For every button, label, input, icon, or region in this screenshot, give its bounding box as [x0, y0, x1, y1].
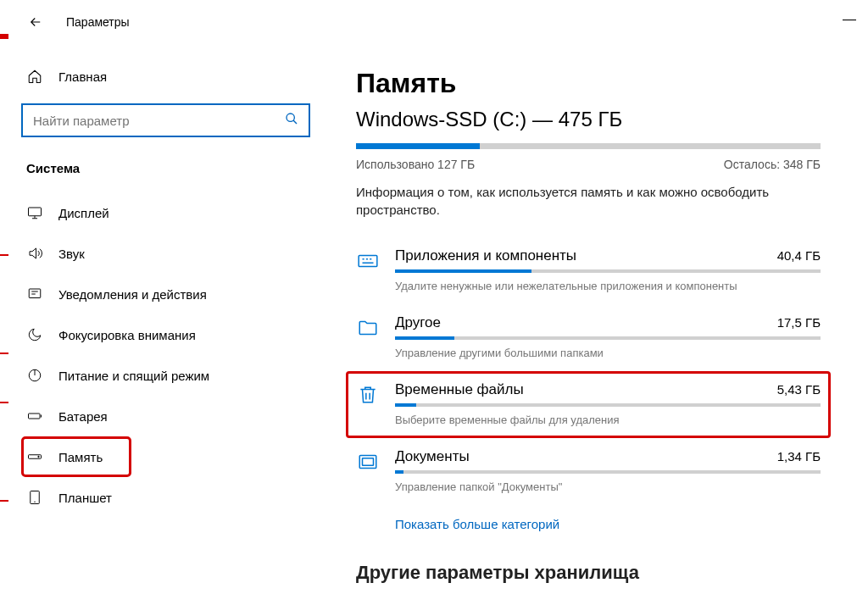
other-storage-heading: Другие параметры хранилища: [356, 562, 821, 584]
folder-icon: [356, 316, 380, 340]
battery-icon: [26, 408, 43, 425]
category-title: Документы: [395, 448, 470, 465]
sidebar-item-battery[interactable]: Батарея: [21, 396, 310, 436]
display-icon: [26, 204, 43, 221]
used-label: Использовано 127 ГБ: [356, 158, 475, 171]
sidebar-item-sound[interactable]: Звук: [21, 233, 310, 274]
minimize-button[interactable]: —: [843, 12, 856, 27]
category-bar: [395, 336, 821, 340]
category-subtext: Управление папкой "Документы": [395, 480, 821, 493]
sidebar-item-label: Уведомления и действия: [58, 287, 207, 302]
category-subtext: Удалите ненужные или нежелательные прило…: [395, 280, 821, 292]
page-title: Память: [356, 68, 821, 99]
sound-icon: [26, 245, 43, 262]
main-panel: Память Windows-SSD (C:) — 475 ГБ Использ…: [322, 42, 868, 594]
nav-list: Дисплей Звук Уведомления и действия Фоку…: [21, 192, 310, 518]
category-folder[interactable]: Другое 17,5 ГБ Управление другими больши…: [356, 304, 821, 371]
disk-usage-bar: [356, 143, 821, 149]
home-label: Главная: [58, 69, 107, 84]
tablet-icon: [26, 489, 43, 506]
category-size: 1,34 ГБ: [777, 449, 821, 464]
category-subtext: Выберите временные файлы для удаления: [395, 414, 821, 426]
sidebar-item-tablet[interactable]: Планшет: [21, 477, 310, 518]
category-title: Временные файлы: [395, 381, 524, 398]
window-title: Параметры: [66, 15, 130, 29]
svg-rect-4: [29, 414, 41, 419]
sidebar-item-storage[interactable]: Память: [21, 436, 131, 477]
category-title: Другое: [395, 314, 441, 331]
sidebar-item-label: Питание и спящий режим: [58, 369, 209, 383]
sidebar-item-power[interactable]: Питание и спящий режим: [21, 355, 310, 396]
svg-rect-8: [359, 256, 377, 267]
power-icon: [26, 367, 43, 384]
sidebar-item-label: Память: [58, 450, 103, 464]
category-size: 17,5 ГБ: [777, 315, 821, 330]
focus-icon: [26, 326, 43, 343]
svg-point-0: [287, 114, 294, 121]
drive-label: Windows-SSD (C:) — 475 ГБ: [356, 108, 821, 131]
svg-rect-2: [29, 289, 41, 298]
show-more-link[interactable]: Показать больше категорий: [395, 517, 821, 531]
svg-point-6: [38, 456, 40, 458]
search-icon: [285, 112, 298, 129]
category-list: Приложения и компоненты 40,4 ГБ Удалите …: [356, 237, 821, 505]
svg-rect-10: [363, 458, 374, 466]
search-input[interactable]: [33, 114, 272, 128]
sidebar-item-focus[interactable]: Фокусировка внимания: [21, 314, 310, 355]
documents-icon: [356, 450, 380, 474]
category-bar: [395, 269, 821, 273]
svg-rect-1: [29, 208, 42, 216]
sidebar-item-label: Фокусировка внимания: [58, 328, 196, 342]
category-bar: [395, 470, 821, 474]
category-trash[interactable]: Временные файлы 5,43 ГБ Выберите временн…: [346, 371, 831, 438]
sidebar-item-label: Батарея: [58, 409, 108, 424]
apps-icon: [356, 249, 380, 273]
sidebar-item-label: Планшет: [58, 491, 112, 505]
remaining-label: Осталось: 348 ГБ: [724, 158, 821, 171]
sidebar-item-notifications[interactable]: Уведомления и действия: [21, 274, 310, 314]
sidebar: Главная Система Дисплей Звук Уведомления…: [0, 42, 322, 594]
sidebar-item-display[interactable]: Дисплей: [21, 192, 310, 233]
sidebar-item-label: Звук: [58, 247, 85, 261]
storage-description: Информация о том, как используется памят…: [356, 183, 821, 219]
category-subtext: Управление другими большими папками: [395, 347, 821, 359]
sidebar-item-label: Дисплей: [58, 206, 109, 220]
home-link[interactable]: Главная: [21, 59, 310, 93]
category-documents[interactable]: Документы 1,34 ГБ Управление папкой "Док…: [356, 438, 821, 505]
search-input-wrapper[interactable]: [21, 103, 310, 137]
category-size: 5,43 ГБ: [777, 382, 821, 397]
category-bar: [395, 403, 821, 407]
category-size: 40,4 ГБ: [777, 248, 821, 263]
storage-icon: [26, 448, 43, 465]
trash-icon: [356, 383, 380, 407]
category-title: Приложения и компоненты: [395, 247, 576, 264]
home-icon: [26, 68, 43, 85]
notifications-icon: [26, 286, 43, 303]
section-label: Система: [21, 161, 310, 175]
back-button[interactable]: [25, 12, 46, 32]
category-apps[interactable]: Приложения и компоненты 40,4 ГБ Удалите …: [356, 237, 821, 304]
